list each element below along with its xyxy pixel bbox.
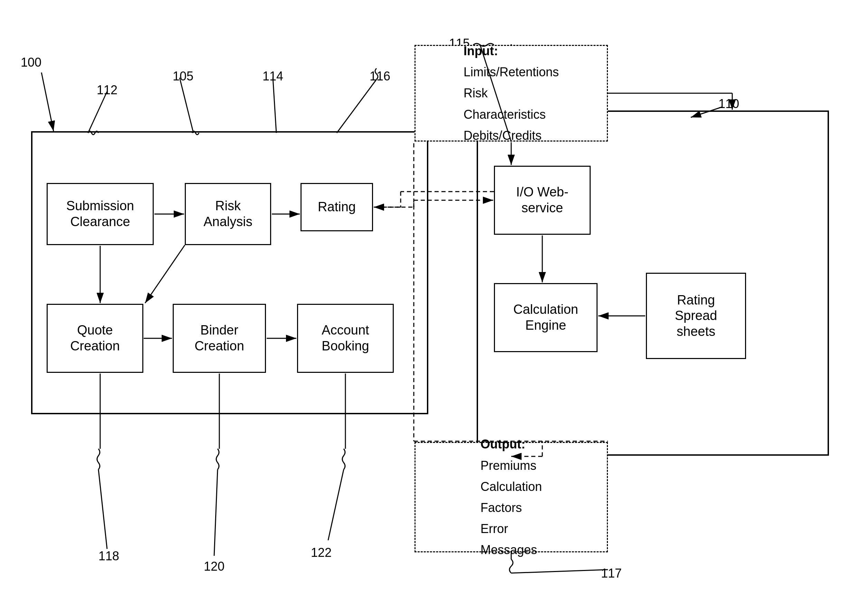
- svg-line-25: [88, 91, 107, 133]
- svg-line-32: [214, 470, 218, 556]
- svg-line-30: [99, 470, 107, 549]
- risk-analysis-label: RiskAnalysis: [203, 198, 252, 230]
- io-webservice-label: I/O Web-service: [516, 184, 568, 216]
- binder-creation-label: BinderCreation: [194, 323, 244, 354]
- output-box: Output: Premiums Calculation Factors Err…: [414, 442, 608, 552]
- svg-line-28: [337, 79, 376, 133]
- svg-line-27: [273, 78, 276, 133]
- rating-box: Rating: [300, 183, 373, 231]
- submission-clearance-box: SubmissionClearance: [47, 183, 154, 245]
- ref-114: 114: [263, 69, 283, 83]
- svg-line-38: [511, 570, 608, 573]
- quote-creation-label: QuoteCreation: [70, 323, 120, 354]
- ref-100: 100: [21, 55, 41, 70]
- ref-120: 120: [204, 559, 225, 574]
- ref-117: 117: [601, 566, 622, 581]
- ref-118: 118: [99, 549, 119, 564]
- ref-116: 116: [370, 69, 390, 83]
- risk-analysis-box: RiskAnalysis: [185, 183, 271, 245]
- quote-creation-box: QuoteCreation: [47, 304, 143, 373]
- input-box: Input: Limits/Retentions Risk Characteri…: [414, 45, 608, 142]
- svg-line-2: [41, 73, 53, 131]
- ref-122: 122: [311, 545, 332, 560]
- rating-spreadsheets-label: RatingSpreadsheets: [675, 292, 718, 340]
- account-booking-label: AccountBooking: [322, 323, 369, 354]
- diagram: 100 112 105 114 116 115 110 118 120 122 …: [0, 0, 868, 600]
- rating-label: Rating: [318, 199, 356, 215]
- ref-110: 110: [718, 97, 739, 111]
- ref-112: 112: [97, 83, 117, 97]
- io-webservice-box: I/O Web-service: [494, 166, 591, 235]
- calculation-engine-box: CalculationEngine: [494, 283, 598, 352]
- input-text: Input: Limits/Retentions Risk Characteri…: [464, 40, 559, 146]
- ref-105: 105: [173, 69, 193, 83]
- svg-line-26: [180, 78, 193, 133]
- binder-creation-box: BinderCreation: [173, 304, 266, 373]
- calculation-engine-label: CalculationEngine: [513, 302, 578, 333]
- rating-spreadsheets-box: RatingSpreadsheets: [646, 273, 746, 359]
- submission-clearance-label: SubmissionClearance: [66, 198, 134, 230]
- svg-line-34: [328, 470, 344, 540]
- output-text: Output: Premiums Calculation Factors Err…: [481, 433, 542, 560]
- account-booking-box: AccountBooking: [297, 304, 394, 373]
